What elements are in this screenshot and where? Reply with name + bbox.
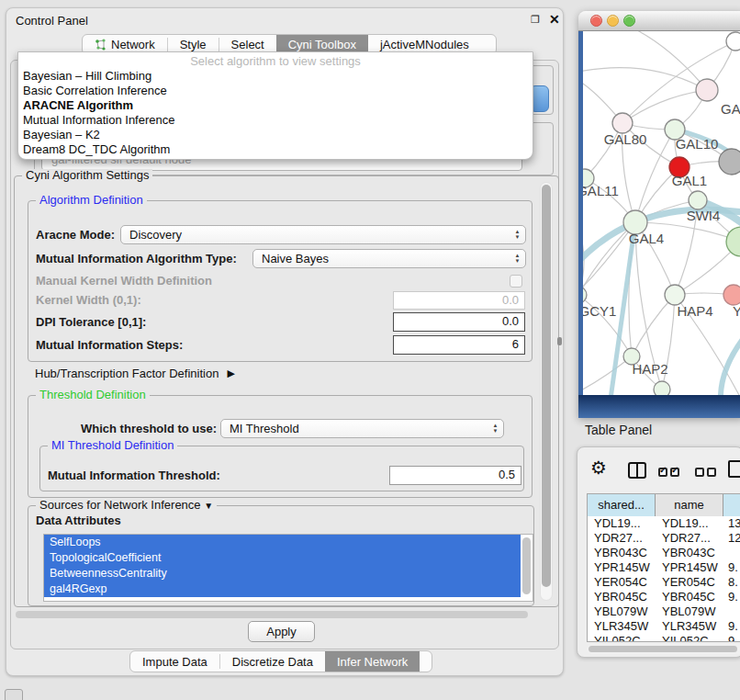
table-cell [723, 546, 740, 560]
table-cell: YBL079W [656, 604, 723, 619]
table-body: YDL19...YDL19...13YDR27...YDR27...12YBR0… [588, 516, 740, 642]
data-attributes-label: Data Attributes [36, 514, 121, 528]
node-label: SWI4 [687, 208, 721, 223]
combo-spinner-icon: ▲▼ [511, 254, 525, 264]
scrollbar-thumb[interactable] [589, 646, 737, 652]
network-canvas[interactable]: GALGAL80GAL10GAL1GAL11SWI4GAL4GCY1HAP4YH… [583, 31, 740, 395]
close-traffic-light[interactable] [590, 15, 602, 27]
settings-hscrollbar[interactable] [16, 611, 533, 619]
network-node[interactable] [689, 191, 707, 209]
hub-definition-toggle[interactable]: Hub/Transcription Factor Definition ▶ [35, 366, 235, 380]
node-label: GAL4 [629, 231, 664, 246]
table-row[interactable]: YIL052CYIL052C9. [588, 634, 740, 642]
list-item[interactable]: TopologicalCoefficient [44, 550, 521, 566]
node-label: Y [733, 303, 740, 319]
document-icon[interactable] [728, 460, 740, 478]
network-window-titlebar[interactable] [578, 11, 740, 31]
algorithm-definition-group: Algorithm Definition Aracne Mode: Discov… [28, 200, 533, 362]
network-edge [632, 295, 675, 356]
minimized-panel-button[interactable] [5, 689, 23, 700]
apply-button[interactable]: Apply [248, 621, 315, 642]
table-row[interactable]: YBR043CYBR043C [588, 546, 740, 560]
list-item[interactable]: gal4RGexp [44, 581, 521, 597]
data-attributes-list[interactable]: SelfLoops TopologicalCoefficient Between… [43, 534, 533, 602]
unchecked-checkbox-icon[interactable] [707, 468, 716, 477]
tab-discretize-data[interactable]: Discretize Data [220, 651, 325, 672]
column-header[interactable] [723, 494, 740, 516]
dpi-tolerance-field[interactable]: 0.0 [393, 312, 525, 332]
checked-checkbox-icon[interactable]: ✓ [670, 468, 679, 477]
table-row[interactable]: YDL19...YDL19...13 [588, 516, 740, 531]
table-row[interactable]: YBL079WYBL079W [588, 604, 740, 619]
table-row[interactable]: YBR045CYBR045C9. [588, 590, 740, 604]
network-edge-thick [721, 334, 740, 395]
network-node[interactable] [654, 381, 670, 395]
column-header[interactable]: shared... [588, 494, 656, 516]
mi-steps-label: Mutual Information Steps: [36, 335, 183, 355]
list-item[interactable]: SelfLoops [44, 535, 521, 550]
table-cell: YDL19... [656, 516, 723, 531]
manual-kernel-checkbox[interactable] [510, 275, 522, 288]
which-threshold-combo[interactable]: MI Threshold ▲▼ [220, 419, 504, 438]
table-row[interactable]: YPR145WYPR145W9. [588, 560, 740, 575]
checked-checkbox-icon[interactable]: ✓ [658, 468, 667, 477]
gear-icon[interactable]: ⚙ [590, 457, 607, 479]
mi-steps-field[interactable]: 6 [393, 335, 525, 355]
unchecked-checkbox-icon[interactable] [695, 468, 704, 477]
tab-label: jActiveMNodules [380, 38, 469, 51]
tab-label: Network [111, 38, 155, 51]
network-icon [95, 39, 107, 51]
algorithm-option[interactable]: Bayesian – K2 [18, 128, 533, 142]
kernel-width-field[interactable]: 0.0 [393, 291, 525, 310]
minimize-traffic-light[interactable] [607, 15, 619, 27]
split-columns-icon[interactable] [628, 462, 646, 479]
scrollbar-thumb[interactable] [542, 185, 551, 587]
aracne-mode-label: Aracne Mode: [36, 225, 115, 244]
table-cell: YLR345W [656, 619, 723, 634]
tab-label: Impute Data [142, 655, 207, 669]
table-cell: 12 [723, 531, 740, 546]
table-row[interactable]: YER054CYER054C8. [588, 575, 740, 590]
zoom-traffic-light[interactable] [623, 15, 635, 27]
settings-vscrollbar[interactable] [540, 182, 553, 601]
table-cell: 8. [723, 575, 740, 590]
aracne-mode-combo[interactable]: Discovery ▲▼ [120, 225, 526, 244]
float-window-icon[interactable]: ❐ [531, 14, 540, 26]
tab-impute-data[interactable]: Impute Data [130, 651, 219, 672]
table-row[interactable]: YLR345WYLR345W9. [588, 619, 740, 634]
network-window-bottom-frame [578, 395, 740, 418]
node-label: HAP2 [632, 361, 667, 377]
network-node[interactable] [719, 149, 740, 175]
table-cell: YBR045C [656, 590, 723, 604]
network-node[interactable] [665, 285, 685, 305]
bottom-tabbar: Impute Data Discretize Data Infer Networ… [129, 650, 432, 672]
table-row[interactable]: YDR27...YDR27...12 [588, 531, 740, 546]
network-edge [620, 31, 707, 90]
scrollbar-thumb[interactable] [16, 611, 528, 618]
collapsed-arrow-icon: ▶ [227, 367, 234, 379]
tab-infer-network[interactable]: Infer Network [325, 651, 420, 672]
network-node[interactable] [726, 32, 740, 51]
network-node[interactable] [723, 285, 740, 305]
algorithm-option[interactable]: Mutual Information Inference [18, 113, 533, 128]
algorithm-dropdown-popup: Select algorithm to view settings Bayesi… [17, 51, 533, 160]
table-cell: YER054C [656, 575, 723, 590]
list-item[interactable]: BetweennessCentrality [44, 566, 521, 581]
network-node[interactable] [612, 113, 633, 133]
tab-label: Discretize Data [232, 655, 313, 669]
mi-algorithm-type-combo[interactable]: Naive Bayes ▲▼ [252, 249, 526, 268]
column-header[interactable]: name [656, 494, 723, 516]
algorithm-option[interactable]: Bayesian – Hill Climbing [18, 69, 533, 84]
algorithm-option[interactable]: Basic Correlation Inference [18, 84, 533, 98]
network-node[interactable] [696, 79, 718, 101]
algorithm-option[interactable]: Dream8 DC_TDC Algorithm [18, 142, 533, 157]
close-icon[interactable]: ✕ [549, 12, 560, 27]
mi-threshold-field[interactable]: 0.5 [389, 466, 521, 485]
group-title: Cyni Algorithm Settings [22, 169, 152, 182]
cyni-algorithm-settings-group: Cyni Algorithm Settings Algorithm Defini… [14, 175, 559, 607]
splitter-grip[interactable] [557, 337, 562, 345]
list-scrollbar-thumb[interactable] [522, 537, 531, 594]
mi-threshold-label: Mutual Information Threshold: [48, 466, 220, 485]
table-hscrollbar[interactable] [587, 644, 740, 654]
algorithm-option-highlighted[interactable]: ARACNE Algorithm [18, 98, 533, 113]
